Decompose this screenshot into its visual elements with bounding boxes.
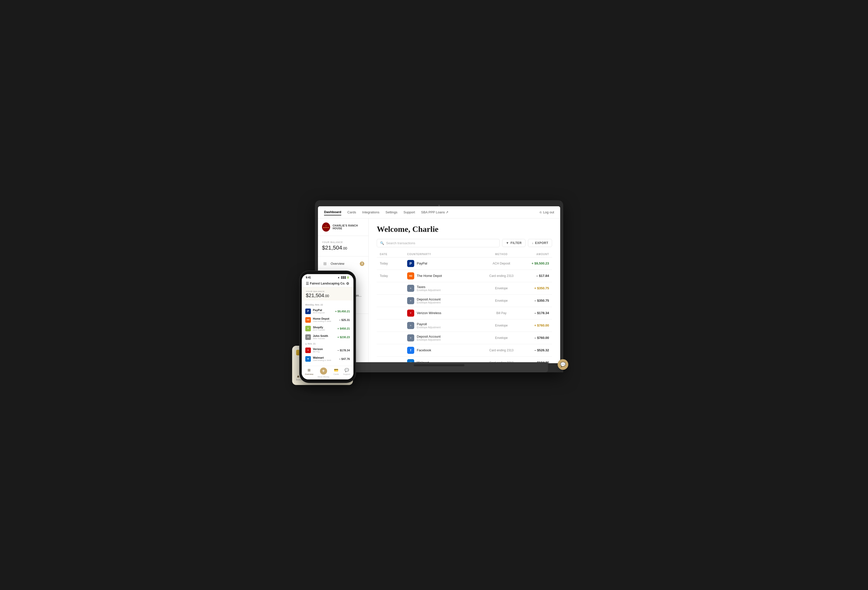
envelope-icon: ≡ — [410, 324, 411, 327]
phone-paypal-logo: P — [305, 309, 311, 314]
phone-balance-cents: .00 — [324, 294, 329, 298]
nav-bar: Dashboard Cards Integrations Settings Su… — [318, 206, 560, 218]
table-header: DATE COUNTERPARTY METHOD AMOUNT — [377, 252, 552, 257]
nav-cards[interactable]: Cards — [347, 209, 356, 215]
phone-shopify-logo: S — [305, 326, 311, 331]
tx-name: Deposit Account — [417, 335, 441, 338]
tx-method: Envelope — [481, 299, 522, 303]
nav-dashboard[interactable]: Dashboard — [324, 209, 341, 215]
phone-nav-overview-label: Overview — [305, 373, 313, 375]
tx-sub: Envelope Adjustment — [417, 338, 441, 341]
phone-settings-icon[interactable]: ⚙ — [346, 281, 349, 285]
table-row[interactable]: f Facebook Card ending 2313 – $526.32 — [377, 344, 552, 357]
phone-tx-info: Walmart Card ending in 3444 — [313, 356, 331, 362]
phone-balance-label: YOUR BALANCE — [306, 290, 349, 293]
phone-tx-row[interactable]: V Verizon Bill Pay – $178.34 — [302, 346, 353, 355]
phone-balance-section: YOUR BALANCE $21,504.00 — [302, 287, 353, 300]
tx-sub: Envelope Adjustment — [417, 301, 441, 304]
table-row[interactable]: Today P PayPal ACH Deposit + $9,500.23 — [377, 257, 552, 270]
facebook-icon: f — [410, 349, 411, 352]
col-amount: AMOUNT — [524, 253, 549, 256]
phone-tx-sub: Card ending in 3444 — [313, 320, 331, 322]
phone-tx-name: PayPal — [313, 309, 325, 312]
col-counterparty: COUNTERPARTY — [407, 253, 479, 256]
table-row[interactable]: ≡ Deposit Account Envelope Adjustment En… — [377, 332, 552, 344]
filter-button[interactable]: ▼ FILTER — [502, 239, 526, 247]
tx-counterparty: ≡ Deposit Account Envelope Adjustment — [407, 334, 479, 341]
table-row[interactable]: Today HD The Home Depot Card ending 2313… — [377, 270, 552, 282]
search-icon: 🔍 — [380, 241, 384, 245]
balance-label: YOUR BALANCE — [322, 241, 364, 243]
envelope-icon: ≡ — [410, 299, 411, 302]
phone-tx-right: + $450.21 — [338, 327, 350, 330]
phone-tx-right: – $25.31 — [339, 318, 350, 321]
tx-name-group: Deposit Account Envelope Adjustment — [417, 335, 441, 341]
nav-support[interactable]: Support — [404, 209, 415, 215]
envelope-logo: ≡ — [407, 334, 414, 341]
tx-amount: + $9,500.23 — [524, 262, 549, 265]
search-box[interactable]: 🔍 Search transactions — [377, 239, 500, 247]
phone-tx-left: S Shopify ACH Transfer — [305, 326, 325, 331]
tx-name: The Home Depot — [417, 274, 442, 278]
balance-section: YOUR BALANCE $21,504.00 — [318, 238, 368, 254]
balance-main: $21,504 — [322, 244, 342, 251]
phone-tx-info: John Smith Wire Transfer — [313, 334, 328, 340]
content-area: Welcome, Charlie 🔍 Search transactions ▼… — [369, 218, 560, 363]
phone-nav-move-money[interactable]: + Move Money — [318, 368, 329, 378]
logout-button[interactable]: ⎋ Log out — [540, 210, 554, 214]
phone-tx-row[interactable]: HD Home Depot Card ending in 3444 – $25.… — [302, 316, 353, 324]
tx-name: Payroll — [417, 322, 441, 326]
table-row[interactable]: ≡ Deposit Account Envelope Adjustment En… — [377, 294, 552, 307]
tx-amount: – $17.84 — [524, 274, 549, 278]
brand-logo: RANCH ★ — [322, 222, 330, 232]
sidebar-divider — [318, 256, 368, 256]
envelope-icon: ≡ — [410, 287, 411, 290]
phone-nav-support[interactable]: 💬 Support — [343, 368, 350, 378]
tx-name-group: Deposit Account Envelope Adjustment — [417, 297, 441, 304]
tx-method: Card ending 2313 — [481, 349, 522, 352]
export-icon: ↓ — [532, 241, 534, 245]
phone-tx-row[interactable]: S Shopify ACH Transfer + $450.21 — [302, 324, 353, 333]
svg-text:RANCH: RANCH — [323, 226, 329, 228]
hamburger-icon[interactable]: ☰ — [306, 281, 309, 285]
phone-nav-support-label: Support — [343, 373, 350, 375]
phone-tx-amount: – $178.34 — [338, 349, 350, 352]
camera-dot — [438, 205, 440, 206]
tx-counterparty: HD The Home Depot — [407, 272, 479, 280]
paypal-icon: P — [409, 262, 412, 265]
sidebar-item-overview[interactable]: ⊞ Overview 3 — [318, 258, 368, 269]
wifi-icon: ▲ — [338, 276, 340, 279]
phone-tx-right: + $230.23 — [338, 335, 350, 338]
phone-tx-sub: Card ending in 3444 — [313, 359, 331, 362]
tx-counterparty: P PayPal — [407, 260, 479, 267]
phone-tx-list: Monday, Nov. 22 P PayPal ACH Deposit + $… — [302, 300, 353, 366]
phone-nav-move-money-label: Move Money — [318, 376, 329, 378]
table-row[interactable]: ≡ Payroll Envelope Adjustment Envelope +… — [377, 319, 552, 332]
phone-tx-name: Verizon — [313, 347, 323, 350]
phone-tx-row[interactable]: W Walmart Card ending in 3444 – $47.76 — [302, 355, 353, 363]
chat-bubble-button[interactable]: 💬 — [558, 359, 568, 370]
nav-sba[interactable]: SBA PPP Loans ↗ — [421, 210, 449, 214]
phone-tx-right: – $178.34 — [338, 349, 350, 352]
phone-nav-overview[interactable]: ⊞ Overview — [305, 368, 313, 378]
phone-tx-amount: + $230.23 — [338, 335, 350, 338]
tx-amount: + $760.00 — [524, 324, 549, 327]
tx-method: Card ending 2313 — [481, 274, 522, 278]
table-row[interactable]: ≡ Taxes Envelope Adjustment Envelope + $… — [377, 282, 552, 294]
phone-tx-row[interactable]: JS John Smith Wire Transfer + $230.23 — [302, 333, 353, 341]
phone-header: ☰ Fairest Landscaping Co. ⚙ — [302, 280, 353, 287]
export-button[interactable]: ↓ EXPORT — [528, 239, 552, 247]
logout-icon: ⎋ — [540, 210, 542, 214]
nav-settings[interactable]: Settings — [385, 209, 397, 215]
nav-integrations[interactable]: Integrations — [362, 209, 379, 215]
phone-tx-sub: Wire Transfer — [313, 337, 328, 340]
phone-add-button[interactable]: + — [320, 368, 327, 375]
table-row[interactable]: V Verizon Wireless Bill Pay – $178.34 — [377, 307, 552, 319]
tx-amount: – $178.34 — [524, 311, 549, 315]
phone-tx-name: Home Depot — [313, 317, 331, 320]
phone-tx-row[interactable]: P PayPal ACH Deposit + $9,450.21 — [302, 307, 353, 316]
tx-sub: Envelope Adjustment — [417, 326, 441, 329]
phone-nav-cards[interactable]: 💳 Cards — [334, 368, 339, 378]
battery-icon: 🔋 — [347, 276, 349, 279]
phone-tx-left: V Verizon Bill Pay — [305, 347, 323, 353]
